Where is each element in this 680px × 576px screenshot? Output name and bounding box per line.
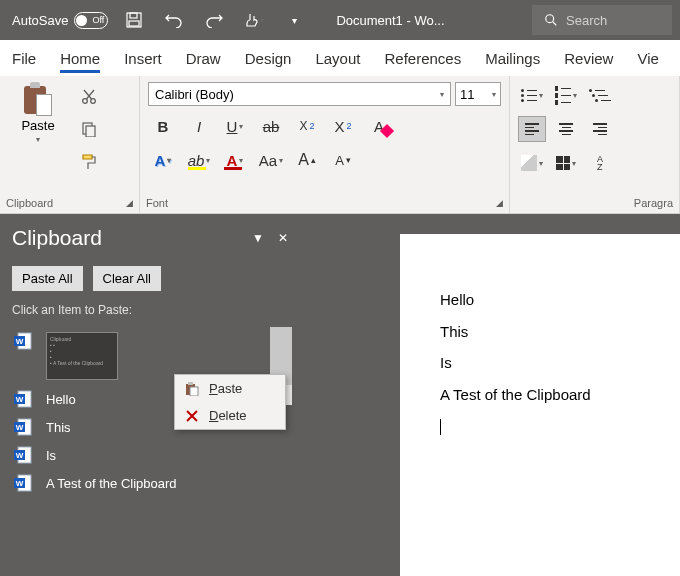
tab-insert[interactable]: Insert <box>124 44 162 73</box>
font-name-combo[interactable]: Calibri (Body)▾ <box>148 82 451 106</box>
cut-icon[interactable] <box>78 86 100 108</box>
svg-rect-2 <box>129 21 139 26</box>
autosave-toggle[interactable]: AutoSave Off <box>8 10 112 31</box>
bold-button[interactable]: B <box>148 112 178 140</box>
svg-text:W: W <box>16 451 24 460</box>
grow-font-button[interactable]: A▴ <box>292 146 322 174</box>
paste-button[interactable]: Paste ▾ <box>8 82 68 144</box>
word-icon: W <box>14 446 32 464</box>
ribbon-tabs: File Home Insert Draw Design Layout Refe… <box>0 40 680 76</box>
svg-rect-7 <box>86 126 95 137</box>
svg-rect-24 <box>190 387 198 396</box>
text-effects-button[interactable]: A▾ <box>148 146 178 174</box>
svg-point-3 <box>546 15 554 23</box>
svg-text:W: W <box>16 423 24 432</box>
tab-review[interactable]: Review <box>564 44 613 73</box>
context-paste[interactable]: Paste <box>175 375 285 402</box>
align-right-button[interactable] <box>586 116 614 142</box>
underline-button[interactable]: U▾ <box>220 112 250 140</box>
delete-icon <box>185 409 199 423</box>
paste-icon <box>185 382 199 396</box>
autosave-label: AutoSave <box>12 13 68 28</box>
copy-icon[interactable] <box>78 118 100 140</box>
svg-text:W: W <box>16 395 24 404</box>
document-title: Document1 - Wo... <box>336 13 444 28</box>
tab-home[interactable]: Home <box>60 44 100 73</box>
paste-all-button[interactable]: Paste All <box>12 266 83 291</box>
text-cursor <box>440 410 680 442</box>
svg-point-5 <box>91 99 96 104</box>
align-center-button[interactable] <box>552 116 580 142</box>
group-paragraph: ▾ ▾ ▾ ▾ A Z Paragra <box>510 76 680 213</box>
redo-icon[interactable] <box>196 2 232 38</box>
shading-button[interactable]: ▾ <box>518 150 546 176</box>
page[interactable]: Hello This Is A Test of the Clipboard <box>400 234 680 576</box>
tab-file[interactable]: File <box>12 44 36 73</box>
document-line: This <box>440 316 680 348</box>
tab-references[interactable]: References <box>384 44 461 73</box>
svg-text:W: W <box>16 337 24 346</box>
multilevel-button[interactable] <box>586 82 614 108</box>
italic-button[interactable]: I <box>184 112 214 140</box>
clear-formatting-button[interactable]: A <box>364 112 394 140</box>
clipboard-pane: Clipboard ▼ ✕ Paste All Clear All Click … <box>0 214 300 576</box>
font-color-button[interactable]: A▾ <box>220 146 250 174</box>
pane-title: Clipboard <box>12 226 102 250</box>
pane-close-icon[interactable]: ✕ <box>278 231 288 245</box>
change-case-button[interactable]: Aa▾ <box>256 146 286 174</box>
touch-mode-icon[interactable]: ▾ <box>236 2 272 38</box>
clipboard-thumbnail: Clipboard▪ ▪▪▪▪ A Test of the Clipboard <box>46 332 118 380</box>
qat-customize-icon[interactable]: ▾ <box>276 2 312 38</box>
autosave-switch[interactable]: Off <box>74 12 108 29</box>
clipboard-item[interactable]: W A Test of the Clipboard <box>12 469 288 497</box>
borders-button[interactable]: ▾ <box>552 150 580 176</box>
tab-layout[interactable]: Layout <box>315 44 360 73</box>
title-bar: AutoSave Off ▾ ▾ Document1 - Wo... Searc… <box>0 0 680 40</box>
svg-point-4 <box>83 99 88 104</box>
chevron-down-icon: ▾ <box>260 16 264 25</box>
document-area[interactable]: Hello This Is A Test of the Clipboard <box>300 214 680 576</box>
clipboard-item[interactable]: W Is <box>12 441 288 469</box>
word-icon: W <box>14 418 32 436</box>
undo-icon[interactable] <box>156 2 192 38</box>
svg-text:W: W <box>16 479 24 488</box>
document-line: Is <box>440 347 680 379</box>
shrink-font-button[interactable]: A▾ <box>328 146 358 174</box>
tab-mailings[interactable]: Mailings <box>485 44 540 73</box>
subscript-button[interactable]: X2 <box>292 112 322 140</box>
format-painter-icon[interactable] <box>78 150 100 172</box>
paste-icon <box>24 82 52 116</box>
context-menu: Paste Delete <box>174 374 286 430</box>
save-icon[interactable] <box>116 2 152 38</box>
align-left-button[interactable] <box>518 116 546 142</box>
group-font: Calibri (Body)▾ 11▾ B I U▾ ab X2 X2 A A▾… <box>140 76 510 213</box>
group-clipboard: Paste ▾ Clipboard◢ <box>0 76 140 213</box>
highlight-button[interactable]: ab▾ <box>184 146 214 174</box>
word-icon: W <box>14 332 32 350</box>
document-line: Hello <box>440 284 680 316</box>
font-launcher-icon[interactable]: ◢ <box>496 198 503 208</box>
numbering-button[interactable]: ▾ <box>552 82 580 108</box>
search-icon <box>544 13 558 27</box>
tab-draw[interactable]: Draw <box>186 44 221 73</box>
clipboard-launcher-icon[interactable]: ◢ <box>126 198 133 208</box>
font-size-combo[interactable]: 11▾ <box>455 82 501 106</box>
chevron-down-icon[interactable]: ▾ <box>36 135 40 144</box>
bullets-button[interactable]: ▾ <box>518 82 546 108</box>
search-placeholder: Search <box>566 13 607 28</box>
context-delete[interactable]: Delete <box>175 402 285 429</box>
superscript-button[interactable]: X2 <box>328 112 358 140</box>
strikethrough-button[interactable]: ab <box>256 112 286 140</box>
tab-design[interactable]: Design <box>245 44 292 73</box>
pane-options-icon[interactable]: ▼ <box>252 231 264 245</box>
tab-view[interactable]: Vie <box>637 44 658 73</box>
word-icon: W <box>14 390 32 408</box>
svg-rect-1 <box>130 13 137 18</box>
sort-button[interactable]: A Z <box>586 150 614 176</box>
word-icon: W <box>14 474 32 492</box>
ribbon: Paste ▾ Clipboard◢ Calibri (Body)▾ 11▾ B… <box>0 76 680 214</box>
clear-all-button[interactable]: Clear All <box>93 266 161 291</box>
svg-rect-25 <box>188 382 193 385</box>
search-box[interactable]: Search <box>532 5 672 35</box>
pane-hint: Click an Item to Paste: <box>12 303 288 317</box>
